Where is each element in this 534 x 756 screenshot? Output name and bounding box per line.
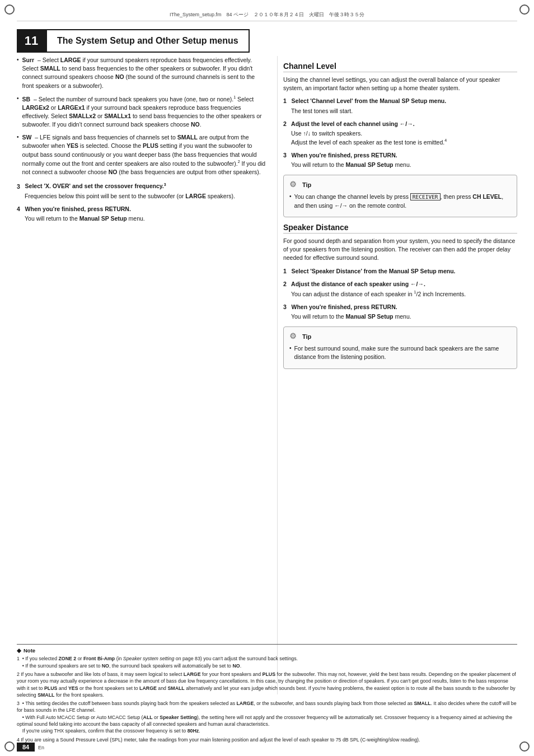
bullet-content-sb: SB – Select the number of surround back … [22,95,266,129]
sd-step-2-body: You can adjust the distance of each spea… [291,290,517,298]
cl-step-2-body1: Use ↑/↓ to switch speakers. [291,129,517,138]
receiver-kbd: RECEIVER [410,193,441,200]
sd-step-3: 3 When you're finished, press RETURN. Yo… [283,303,517,321]
cl-step-3: 3 When you're finished, press RETURN. Yo… [283,151,517,169]
cl-manual-sp-ref: Manual SP Setup [346,161,394,168]
large-ref: LARGE [185,193,206,199]
left-step-4-num: 4 [17,206,24,212]
sd-step-3-num: 3 [283,304,290,310]
sb-smallx1: SMALLx1 [104,113,131,119]
note1-zone2: ZONE 2 [58,656,76,661]
sw-no: NO [109,169,118,175]
sd-tip-bullet-1: • For best surround sound, make sure the… [289,344,511,361]
sd-manual-sp-ref: Manual SP Setup [346,313,394,320]
sw-plus: PLUS [143,142,158,149]
cl-tip-label: Tip [302,181,311,188]
note-2: 2 If you have a subwoofer and like lots … [17,671,517,698]
left-column: • Surr – Select LARGE if your surround s… [17,56,277,694]
ch-level-ref: CH LEVEL [472,193,502,200]
note1-no2: NO [232,663,240,669]
note3-ss: Speaker Setting [160,715,197,720]
header-text: IThe_System_setup.fm 84 ページ ２０１０年８月２４日 火… [17,11,517,18]
sd-step-2-header: 2 Adjust the distance of each speaker us… [283,280,517,288]
left-step-3-title: Select 'X. OVER' and set the crossover f… [25,183,166,189]
sw-yes: YES [67,142,78,149]
cl-step-1-header: 1 Select 'Channel Level' from the Manual… [283,97,517,105]
left-step-3: 3 Select 'X. OVER' and set the crossover… [17,182,266,200]
sd-step-1-header: 1 Select 'Speaker Distance' from the Man… [283,267,517,276]
sw-small: SMALL [177,134,198,141]
cl-step-3-body: You will return to the Manual SP Setup m… [291,161,517,169]
sd-step-3-body: You will return to the Manual SP Setup m… [291,312,517,321]
sd-intro-text: For good sound depth and separation from… [283,237,517,263]
tip-icon-sd: ⚙ [289,332,299,342]
sb-largex2: LARGEx2 [22,104,49,111]
note-4: 4 If you are using a Sound Pressure Leve… [17,736,517,743]
tip-icon-cl: ⚙ [289,180,299,190]
bullet-section: • Surr – Select LARGE if your surround s… [17,56,266,176]
note-header: ◆ Note [17,647,517,654]
page-lang: En [38,745,44,750]
bullet-sb: • SB – Select the number of surround bac… [17,95,266,129]
sb-label: SB [22,95,31,102]
cl-step-2-body2: Adjust the level of each speaker as the … [291,138,517,147]
cl-step-1-num: 1 [283,97,290,104]
note-3: 3 • This setting decides the cutoff betw… [17,700,517,735]
note3-80hz: 80Hz [188,728,199,734]
cl-step-2-num: 2 [283,120,290,127]
corner-bl [4,741,15,752]
cl-tip-bullet-1: • You can change the channel levels by p… [289,193,511,209]
sw-label: SW [22,134,32,141]
bullet-content-sw: SW – LFE signals and bass frequencies of… [22,133,266,176]
note-section: ◆ Note 1 • If you selected ZONE 2 or Fro… [17,644,517,745]
sd-step-3-header: 3 When you're finished, press RETURN. [283,303,517,311]
surr-large: LARGE [60,57,81,63]
note2-plus2: PLUS [44,685,57,691]
bullet-surr: • Surr – Select LARGE if your surround s… [17,56,266,90]
left-step-3-body: Frequencies below this point will be sen… [25,192,266,200]
chapter-number: 11 [17,29,46,53]
cl-intro-text: Using the channel level settings, you ca… [283,76,517,92]
note2-large: LARGE [184,671,201,677]
surr-no: NO [115,73,124,80]
left-step-4: 4 When you're finished, press RETURN. Yo… [17,205,266,223]
note3-large: LARGE [237,701,254,706]
content-area: • Surr – Select LARGE if your surround s… [17,56,517,694]
cl-tip-dot: • [289,193,292,201]
sd-tip-label: Tip [302,333,311,340]
cl-tip-box: ⚙ Tip • You can change the channel level… [283,175,517,217]
bullet-dot-sb: • [17,95,19,103]
sd-tip-text: For best surround sound, make sure the s… [294,344,511,361]
cl-tip-header: ⚙ Tip [289,180,511,190]
chapter-title: The System Setup and Other Setup menus [57,36,238,46]
cl-step-3-num: 3 [283,152,290,158]
surr-label: Surr [22,57,35,63]
channel-level-heading: Channel Level [283,62,517,72]
page-number: 84 [17,743,35,752]
note2-small2: SMALL [38,692,54,698]
sd-intro: For good sound depth and separation from… [283,237,517,263]
note3-small: SMALL [414,701,430,706]
sd-step-2-num: 2 [283,281,290,287]
note3-all: ALL [143,715,153,720]
left-step-3-header: 3 Select 'X. OVER' and set the crossover… [17,182,266,191]
sd-tip-dot: • [289,344,292,353]
bullet-sw: • SW – LFE signals and bass frequencies … [17,133,266,176]
bullet-content-surr: Surr – Select LARGE if your surround spe… [22,56,266,90]
sd-step-2-title: Adjust the distance of each speaker usin… [291,281,425,287]
left-step-4-header: 4 When you're finished, press RETURN. [17,205,266,213]
cl-tip-text: You can change the channel levels by pre… [294,193,511,209]
sb-largex1: LARGEx1 [58,104,85,111]
note2-large2: LARGE [139,685,157,691]
manual-sp-ref-left: Manual SP Setup [79,215,127,222]
left-step-3-num: 3 [17,183,24,189]
note1-no1: NO [102,663,109,669]
sd-step-1-title: Select 'Speaker Distance' from the Manua… [291,268,455,274]
left-step-4-title: When you're finished, press RETURN. [25,206,131,212]
sb-no: NO [191,121,200,128]
cl-step-2-header: 2 Adjust the level of each channel using… [283,120,517,128]
cl-step-3-title: When you're finished, press RETURN. [291,152,397,158]
surr-small: SMALL [40,65,60,72]
sd-step-2: 2 Adjust the distance of each speaker us… [283,280,517,298]
chapter-tab: 11 The System Setup and Other Setup menu… [17,29,250,53]
